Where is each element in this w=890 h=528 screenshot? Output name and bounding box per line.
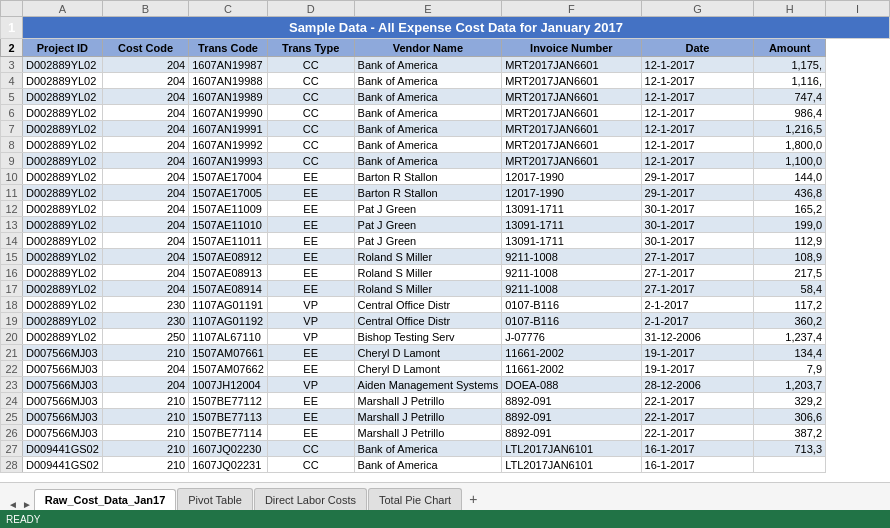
col-header-B[interactable]: B [102,1,188,17]
col-header-E[interactable]: E [354,1,502,17]
header-trans-type[interactable]: Trans Type [267,39,354,57]
cell[interactable]: 204 [102,281,188,297]
cell[interactable]: D002889YL02 [23,105,103,121]
cell[interactable]: LTL2017JAN6101 [502,457,641,473]
header-project-id[interactable]: Project ID [23,39,103,57]
cell[interactable]: DOEA-088 [502,377,641,393]
cell[interactable]: CC [267,57,354,73]
cell[interactable]: 204 [102,105,188,121]
cell[interactable]: EE [267,233,354,249]
cell[interactable]: Bishop Testing Serv [354,329,502,345]
cell[interactable]: EE [267,217,354,233]
table-row[interactable]: 6D002889YL022041607AN19990CCBank of Amer… [1,105,890,121]
cell[interactable]: EE [267,249,354,265]
cell[interactable]: EE [267,265,354,281]
header-cost-code[interactable]: Cost Code [102,39,188,57]
cell[interactable]: 204 [102,201,188,217]
cell[interactable]: D009441GS02 [23,441,103,457]
cell[interactable]: D002889YL02 [23,217,103,233]
cell[interactable]: 0107-B116 [502,297,641,313]
col-header-G[interactable]: G [641,1,754,17]
cell[interactable]: 12017-1990 [502,185,641,201]
cell[interactable]: 1507AE08913 [189,265,268,281]
cell[interactable]: D002889YL02 [23,249,103,265]
cell[interactable]: 1607AN19992 [189,137,268,153]
cell[interactable]: 1107AL67110 [189,329,268,345]
cell[interactable]: Marshall J Petrillo [354,409,502,425]
cell[interactable]: Cheryl D Lamont [354,361,502,377]
cell[interactable]: VP [267,297,354,313]
cell[interactable]: Pat J Green [354,201,502,217]
cell[interactable]: EE [267,409,354,425]
table-row[interactable]: 12D002889YL022041507AE11009EEPat J Green… [1,201,890,217]
cell[interactable]: D007566MJ03 [23,345,103,361]
cell[interactable]: 1607AN19987 [189,57,268,73]
cell[interactable]: D002889YL02 [23,297,103,313]
cell[interactable]: 117,2 [754,297,826,313]
cell[interactable]: 28-12-2006 [641,377,754,393]
cell[interactable]: 1507AE08912 [189,249,268,265]
table-row[interactable]: 17D002889YL022041507AE08914EERoland S Mi… [1,281,890,297]
cell[interactable]: 204 [102,169,188,185]
header-invoice-number[interactable]: Invoice Number [502,39,641,57]
cell[interactable]: 360,2 [754,313,826,329]
cell[interactable]: D002889YL02 [23,89,103,105]
col-header-F[interactable]: F [502,1,641,17]
tab-nav-next[interactable]: ► [20,499,34,510]
cell[interactable]: CC [267,457,354,473]
cell[interactable]: 29-1-2017 [641,185,754,201]
header-date[interactable]: Date [641,39,754,57]
cell[interactable]: 329,2 [754,393,826,409]
cell[interactable]: 9211-1008 [502,249,641,265]
cell[interactable]: 27-1-2017 [641,249,754,265]
cell[interactable]: 713,3 [754,441,826,457]
cell[interactable]: D009441GS02 [23,457,103,473]
cell[interactable]: EE [267,169,354,185]
cell[interactable]: EE [267,185,354,201]
cell[interactable]: 12-1-2017 [641,89,754,105]
cell[interactable]: 210 [102,345,188,361]
table-row[interactable]: 11D002889YL022041507AE17005EEBarton R St… [1,185,890,201]
cell[interactable]: 134,4 [754,345,826,361]
cell[interactable]: 210 [102,409,188,425]
cell[interactable]: Bank of America [354,457,502,473]
cell[interactable]: 16-1-2017 [641,441,754,457]
cell[interactable]: 204 [102,233,188,249]
cell[interactable]: MRT2017JAN6601 [502,137,641,153]
cell[interactable]: Bank of America [354,153,502,169]
cell[interactable]: 1507AE11009 [189,201,268,217]
cell[interactable]: 12-1-2017 [641,153,754,169]
cell[interactable]: 1007JH12004 [189,377,268,393]
cell[interactable]: 22-1-2017 [641,409,754,425]
cell[interactable]: 144,0 [754,169,826,185]
cell[interactable]: 1507BE77112 [189,393,268,409]
cell[interactable]: VP [267,377,354,393]
cell[interactable]: 387,2 [754,425,826,441]
cell[interactable]: EE [267,361,354,377]
cell[interactable]: 1607AN19993 [189,153,268,169]
cell[interactable]: CC [267,73,354,89]
cell[interactable]: D007566MJ03 [23,393,103,409]
cell[interactable]: 12-1-2017 [641,121,754,137]
cell[interactable]: 12-1-2017 [641,57,754,73]
cell[interactable]: 58,4 [754,281,826,297]
cell[interactable]: MRT2017JAN6601 [502,153,641,169]
table-row[interactable]: 10D002889YL022041507AE17004EEBarton R St… [1,169,890,185]
cell[interactable]: EE [267,345,354,361]
cell[interactable]: Pat J Green [354,217,502,233]
cell[interactable]: 1,100,0 [754,153,826,169]
table-row[interactable]: 7D002889YL022041607AN19991CCBank of Amer… [1,121,890,137]
col-header-H[interactable]: H [754,1,826,17]
col-header-C[interactable]: C [189,1,268,17]
cell[interactable]: 204 [102,137,188,153]
cell[interactable]: D007566MJ03 [23,377,103,393]
cell[interactable]: J-07776 [502,329,641,345]
cell[interactable]: 1,175, [754,57,826,73]
cell[interactable]: 436,8 [754,185,826,201]
cell[interactable]: 108,9 [754,249,826,265]
cell[interactable]: 8892-091 [502,393,641,409]
cell[interactable]: 1507BE77114 [189,425,268,441]
cell[interactable]: Barton R Stallon [354,185,502,201]
cell[interactable]: Bank of America [354,105,502,121]
cell[interactable]: MRT2017JAN6601 [502,121,641,137]
